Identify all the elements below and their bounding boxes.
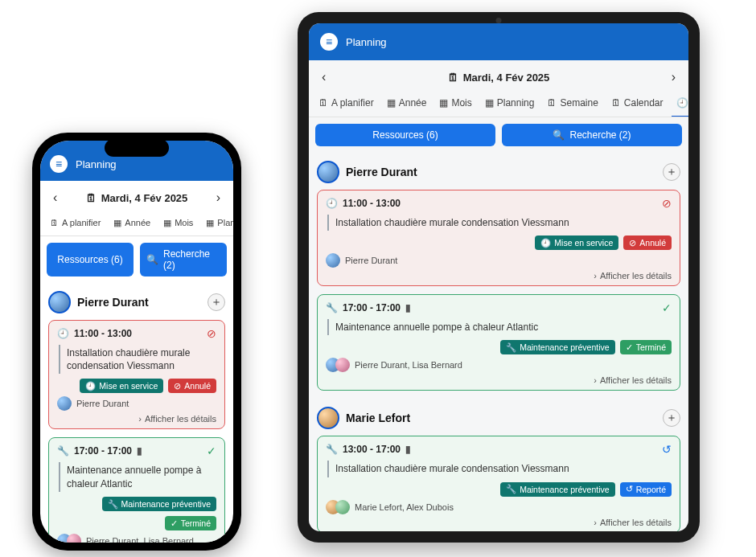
grid-icon: ▦ <box>439 98 448 108</box>
tab-mois[interactable]: ▦Mois <box>434 94 476 112</box>
badge-type: 🔧Maintenance préventive <box>500 482 615 497</box>
current-date[interactable]: 🗓 Mardi, 4 Fév 2025 <box>448 72 550 84</box>
tablet-screen: ≡ Planning ‹ 🗓 Mardi, 4 Fév 2025 › 🗓A pl… <box>309 23 688 531</box>
tab-mois[interactable]: ▦Mois <box>158 215 198 231</box>
filter-chips: Ressources (6) 🔍Recherche (2) <box>309 117 688 153</box>
chevron-right-icon: › <box>594 375 597 385</box>
tab-jour[interactable]: 🕘Jour <box>672 94 688 112</box>
job-header: 🕘 11:00 - 13:00 ⊘ <box>326 197 672 210</box>
details-link[interactable]: ›Afficher les détails <box>57 414 216 424</box>
tab-calendar[interactable]: 🗓Calendar <box>606 94 668 112</box>
history-icon: ↺ <box>662 443 672 456</box>
avatar <box>48 291 71 313</box>
schedule-content[interactable]: Pierre Durant ＋ 🕘 11:00 - 13:00 ⊘ Instal… <box>309 153 688 531</box>
tab-a-planifier[interactable]: 🗓A planifier <box>45 215 105 231</box>
details-link[interactable]: ›Afficher les détails <box>326 518 672 527</box>
resources-chip[interactable]: Ressources (6) <box>47 243 134 276</box>
assignees-text: Pierre Durant <box>76 399 129 408</box>
tab-annee[interactable]: ▦Année <box>382 94 432 112</box>
menu-icon: ≡ <box>55 158 62 170</box>
search-chip[interactable]: 🔍Recherche (2) <box>502 124 682 146</box>
person-header: Pierre Durant ＋ <box>48 283 225 320</box>
avatar <box>67 534 81 543</box>
calendar-icon: 🗓 <box>318 98 328 108</box>
document-icon: ▮ <box>405 303 411 313</box>
assignees: Marie Lefort, Alex Dubois <box>326 500 672 514</box>
calendar-icon: 🗓 <box>611 98 621 108</box>
job-card[interactable]: 🔧 17:00 - 17:00 ▮ ✓ Maintenance annuelle… <box>48 437 225 543</box>
search-icon: 🔍 <box>553 130 565 140</box>
wrench-icon: 🔧 <box>506 485 516 494</box>
job-time: 13:00 - 17:00 <box>343 444 401 455</box>
filter-chips: Ressources (6) 🔍Recherche (2) <box>40 236 233 283</box>
tab-planning[interactable]: ▦Planning <box>201 215 233 231</box>
view-tabs[interactable]: 🗓A planifier ▦Année ▦Mois ▦Planning <box>40 215 233 236</box>
avatar <box>335 358 350 372</box>
job-card[interactable]: 🕘 11:00 - 13:00 ⊘ Installation chaudière… <box>317 190 680 286</box>
wrench-icon: 🔧 <box>506 343 516 352</box>
tab-semaine[interactable]: 🗓Semaine <box>542 94 602 112</box>
grid-icon: ▦ <box>485 98 494 108</box>
job-time: 17:00 - 17:00 <box>74 445 132 457</box>
schedule-content[interactable]: Pierre Durant ＋ 🕘 11:00 - 13:00 ⊘ Instal… <box>40 283 233 543</box>
grid-icon: ▦ <box>163 219 171 227</box>
resources-chip[interactable]: Ressources (6) <box>315 124 495 146</box>
badge-type: 🕘Mise en service <box>535 235 618 250</box>
person-header: Pierre Durant ＋ <box>317 153 680 190</box>
menu-button[interactable]: ≡ <box>50 155 68 173</box>
current-date[interactable]: 🗓 Mardi, 4 Fév 2025 <box>86 192 188 204</box>
details-link[interactable]: ›Afficher les détails <box>326 271 672 281</box>
add-job-button[interactable]: ＋ <box>663 409 680 427</box>
badge-status: ⊘Annulé <box>168 379 216 393</box>
job-desc: Installation chaudière murale condensati… <box>327 215 672 231</box>
add-job-button[interactable]: ＋ <box>207 293 225 311</box>
avatar <box>317 407 339 429</box>
date-navigator: ‹ 🗓 Mardi, 4 Fév 2025 › <box>40 181 233 215</box>
ban-icon: ⊘ <box>629 239 636 248</box>
job-desc: Installation chaudière murale condensati… <box>59 345 216 374</box>
avatar <box>317 161 339 183</box>
prev-day-button[interactable]: ‹ <box>48 187 62 208</box>
next-day-button[interactable]: › <box>212 187 225 208</box>
job-time: 17:00 - 17:00 <box>343 302 401 313</box>
person-name: Pierre Durant <box>346 166 417 178</box>
assignees: Pierre Durant <box>57 396 216 411</box>
job-card[interactable]: 🔧 13:00 - 17:00 ▮ ↺ Installation chaudiè… <box>317 436 680 531</box>
assignees: Pierre Durant, Lisa Bernard <box>326 358 672 372</box>
date-label: Mardi, 4 Fév 2025 <box>101 192 188 204</box>
details-link[interactable]: ›Afficher les détails <box>326 375 672 385</box>
phone-screen: ≡ Planning ‹ 🗓 Mardi, 4 Fév 2025 › 🗓A pl… <box>40 141 233 543</box>
add-job-button[interactable]: ＋ <box>663 163 680 181</box>
menu-button[interactable]: ≡ <box>320 33 338 51</box>
job-time: 11:00 - 13:00 <box>343 198 401 209</box>
tab-planning[interactable]: ▦Planning <box>480 94 540 112</box>
check-icon: ✓ <box>662 301 672 314</box>
search-chip[interactable]: 🔍Recherche (2) <box>140 243 227 276</box>
clock-icon: 🕘 <box>85 382 96 391</box>
assignees-text: Pierre Durant, Lisa Bernard <box>86 536 194 543</box>
grid-icon: ▦ <box>113 219 121 227</box>
job-desc: Installation chaudière murale condensati… <box>327 461 672 477</box>
job-header: 🔧 17:00 - 17:00 ▮ ✓ <box>326 301 672 314</box>
prev-day-button[interactable]: ‹ <box>317 67 331 88</box>
clock-icon: 🕘 <box>326 199 338 208</box>
person-header: Marie Lefort ＋ <box>317 399 680 436</box>
calendar-icon: 🗓 <box>448 72 458 83</box>
clock-icon: 🕘 <box>57 329 69 338</box>
tablet-frame: ≡ Planning ‹ 🗓 Mardi, 4 Fév 2025 › 🗓A pl… <box>298 12 700 543</box>
job-header: 🔧 13:00 - 17:00 ▮ ↺ <box>326 443 672 456</box>
badge-status: ⊘Annulé <box>623 235 672 250</box>
job-header: 🕘 11:00 - 13:00 ⊘ <box>57 327 216 340</box>
wrench-icon: 🔧 <box>57 446 69 456</box>
job-card[interactable]: 🔧 17:00 - 17:00 ▮ ✓ Maintenance annuelle… <box>317 294 680 391</box>
job-desc: Maintenance annuelle pompe à chaleur Atl… <box>327 319 672 335</box>
phone-notch <box>105 139 169 157</box>
person-name: Marie Lefort <box>346 412 410 424</box>
next-day-button[interactable]: › <box>667 67 680 88</box>
date-label: Mardi, 4 Fév 2025 <box>463 72 550 84</box>
app-title: Planning <box>346 36 387 48</box>
tab-annee[interactable]: ▦Année <box>109 215 155 231</box>
history-icon: ↺ <box>626 485 633 494</box>
job-card[interactable]: 🕘 11:00 - 13:00 ⊘ Installation chaudière… <box>48 320 225 429</box>
tab-a-planifier[interactable]: 🗓A planifier <box>314 94 379 112</box>
